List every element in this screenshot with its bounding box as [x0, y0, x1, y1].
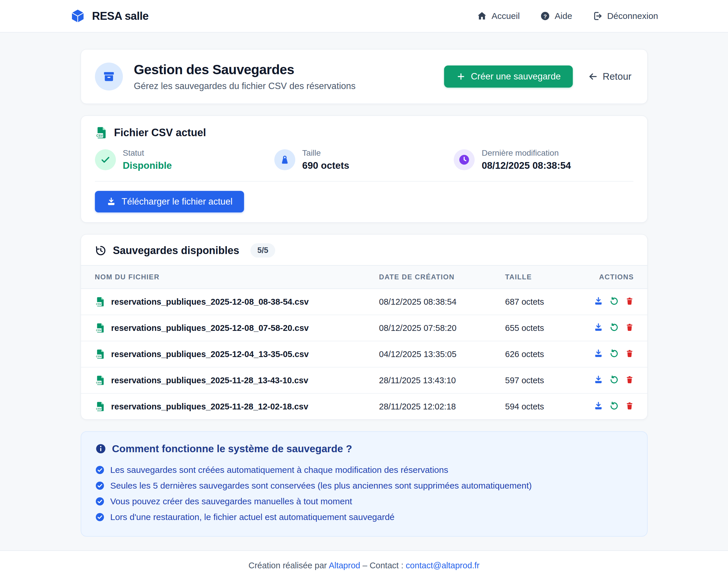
csv-file-icon: CSV: [95, 126, 108, 139]
footer-separator: – Contact :: [360, 561, 406, 570]
csv-file-icon: CSV: [95, 349, 105, 359]
footer-email-link[interactable]: contact@altaprod.fr: [406, 561, 479, 570]
history-icon: [95, 245, 107, 256]
svg-text:CSV: CSV: [96, 134, 103, 137]
divider: [95, 181, 633, 182]
current-file-card: CSV Fichier CSV actuel Statut Disponible: [81, 115, 648, 223]
backups-table: NOM DU FICHIER DATE DE CRÉATION TAILLE A…: [81, 265, 648, 419]
back-button[interactable]: Retour: [586, 71, 633, 82]
nav-item-accueil[interactable]: Accueil: [477, 11, 520, 21]
download-backup-button[interactable]: [594, 375, 603, 384]
column-header-name: NOM DU FICHIER: [81, 266, 379, 289]
page-header-card: Gestion des Sauvegardes Gérez les sauveg…: [81, 49, 648, 104]
svg-text:?: ?: [543, 13, 547, 20]
brand[interactable]: RESA salle: [70, 7, 149, 24]
delete-backup-button[interactable]: [625, 349, 634, 358]
check-circle-icon: [95, 497, 105, 506]
main-content: Gestion des Sauvegardes Gérez les sauveg…: [81, 49, 648, 536]
csv-file-icon: CSV: [95, 323, 105, 333]
backups-card: Sauvegardes disponibles 5/5 NOM DU FICHI…: [81, 234, 648, 420]
column-header-actions: ACTIONS: [593, 266, 648, 289]
info-item: Vous pouvez créer des sauvegardes manuel…: [95, 494, 633, 509]
restore-backup-button[interactable]: [609, 375, 619, 384]
delete-backup-button[interactable]: [625, 323, 634, 332]
backup-date: 08/12/2025 08:38:54: [379, 289, 505, 315]
table-header-row: NOM DU FICHIER DATE DE CRÉATION TAILLE A…: [81, 266, 648, 289]
info-item-text: Les sauvegardes sont créées automatiquem…: [110, 465, 448, 475]
page-title: Gestion des Sauvegardes: [134, 62, 356, 77]
help-icon: ?: [540, 11, 550, 21]
backup-file-name: reservations_publiques_2025-11-28_13-43-…: [111, 376, 308, 385]
size-label: Taille: [302, 148, 349, 158]
archive-icon: [95, 62, 123, 90]
table-row: CSV reservations_publiques_2025-12-04_13…: [81, 341, 648, 367]
home-icon: [477, 11, 487, 21]
weight-icon: [274, 149, 295, 170]
download-backup-button[interactable]: [594, 297, 603, 306]
svg-text:CSV: CSV: [96, 381, 101, 384]
download-current-label: Télécharger le fichier actuel: [122, 196, 233, 207]
backup-file-name: reservations_publiques_2025-12-08_08-38-…: [111, 297, 309, 307]
download-current-button[interactable]: Télécharger le fichier actuel: [95, 191, 244, 213]
csv-file-icon: CSV: [95, 297, 105, 307]
delete-backup-button[interactable]: [625, 401, 634, 411]
app-logo-cube-icon: [70, 7, 86, 24]
page-subtitle: Gérez les sauvegardes du fichier CSV des…: [134, 81, 356, 91]
csv-file-icon: CSV: [95, 401, 105, 412]
create-backup-label: Créer une sauvegarde: [471, 71, 561, 82]
restore-backup-button[interactable]: [609, 401, 619, 411]
brand-name: RESA salle: [92, 10, 149, 22]
csv-file-icon: CSV: [95, 375, 105, 386]
info-list: Les sauvegardes sont créées automatiquem…: [95, 462, 633, 525]
restore-backup-button[interactable]: [609, 349, 619, 358]
backups-title: Sauvegardes disponibles: [113, 244, 239, 257]
info-icon: [95, 443, 106, 454]
download-backup-button[interactable]: [594, 349, 603, 358]
backup-file-name: reservations_publiques_2025-12-04_13-35-…: [111, 350, 309, 359]
restore-backup-button[interactable]: [609, 323, 619, 332]
backup-date: 04/12/2025 13:35:05: [379, 341, 505, 367]
backups-count-badge: 5/5: [251, 243, 276, 257]
restore-backup-button[interactable]: [609, 297, 619, 306]
download-backup-button[interactable]: [594, 323, 603, 332]
page-footer: Création réalisée par Altaprod – Contact…: [0, 550, 728, 582]
backup-size: 594 octets: [505, 393, 593, 419]
logout-icon: [593, 11, 602, 21]
table-row: CSV reservations_publiques_2025-12-08_08…: [81, 289, 648, 315]
info-item: Lors d'une restauration, le fichier actu…: [95, 509, 633, 525]
delete-backup-button[interactable]: [625, 297, 634, 306]
stat-modified: Dernière modification 08/12/2025 08:38:5…: [454, 148, 633, 171]
check-icon: [95, 149, 116, 170]
table-row: CSV reservations_publiques_2025-12-08_07…: [81, 315, 648, 341]
clock-icon: [454, 149, 475, 170]
main-nav: Accueil ? Aide: [477, 11, 658, 21]
info-box: Comment fonctionne le système de sauvega…: [81, 431, 648, 536]
current-file-title: Fichier CSV actuel: [114, 127, 206, 139]
delete-backup-button[interactable]: [625, 375, 634, 384]
nav-item-aide[interactable]: ? Aide: [540, 11, 572, 21]
svg-text:CSV: CSV: [96, 355, 101, 358]
backup-date: 28/11/2025 13:43:10: [379, 367, 505, 393]
nav-item-label: Accueil: [492, 11, 520, 21]
backup-date: 28/11/2025 12:02:18: [379, 393, 505, 419]
table-row: CSV reservations_publiques_2025-11-28_13…: [81, 367, 648, 393]
size-value: 690 octets: [302, 160, 349, 171]
modified-label: Dernière modification: [482, 148, 571, 158]
footer-text: Création réalisée par: [249, 561, 327, 570]
download-icon: [107, 197, 116, 206]
download-backup-button[interactable]: [594, 401, 603, 411]
status-value: Disponible: [123, 160, 172, 171]
footer-author-link[interactable]: Altaprod: [329, 561, 360, 570]
info-item: Seules les 5 dernières sauvegardes sont …: [95, 478, 633, 494]
nav-item-deconnexion[interactable]: Déconnexion: [593, 11, 658, 21]
table-row: CSV reservations_publiques_2025-11-28_12…: [81, 393, 648, 419]
create-backup-button[interactable]: Créer une sauvegarde: [444, 65, 573, 88]
nav-item-label: Déconnexion: [607, 11, 658, 21]
info-title: Comment fonctionne le système de sauvega…: [112, 443, 353, 454]
modified-value: 08/12/2025 08:38:54: [482, 160, 571, 171]
backup-file-name: reservations_publiques_2025-11-28_12-02-…: [111, 402, 308, 412]
backups-table-body: CSV reservations_publiques_2025-12-08_08…: [81, 289, 648, 419]
stat-size: Taille 690 octets: [274, 148, 454, 171]
backup-size: 655 octets: [505, 315, 593, 341]
back-label: Retour: [602, 71, 631, 82]
